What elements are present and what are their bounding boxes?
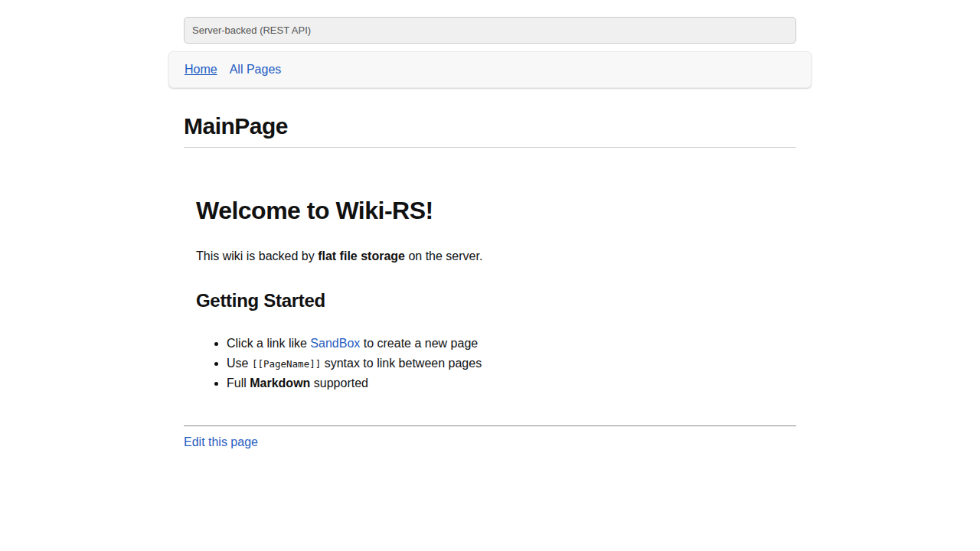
list-item-text-pre: Use [227, 357, 252, 370]
nav-link-all-pages[interactable]: All Pages [230, 63, 282, 77]
page-title: MainPage [184, 113, 796, 148]
footer-divider [184, 425, 796, 426]
list-item: Use [[PageName]] syntax to link between … [227, 354, 784, 373]
intro-text-pre: This wiki is backed by [196, 249, 318, 262]
intro-text-post: on the server. [405, 249, 482, 262]
sandbox-link[interactable]: SandBox [310, 337, 360, 350]
list-item: Click a link like SandBox to create a ne… [227, 334, 784, 354]
intro-bold-text: flat file storage [318, 249, 405, 262]
markdown-bold-text: Markdown [250, 377, 310, 390]
list-item-text-post: syntax to link between pages [321, 357, 482, 370]
list-item-text-post: supported [310, 377, 368, 390]
section-heading-getting-started: Getting Started [196, 290, 784, 312]
list-item-text-post: to create a new page [360, 337, 478, 350]
main-nav: Home All Pages [168, 51, 812, 88]
wiki-container: Home All Pages MainPage Welcome to Wiki-… [184, 17, 796, 449]
backend-mode-input[interactable] [184, 17, 796, 44]
edit-page-link[interactable]: Edit this page [184, 435, 258, 449]
wiki-app: Home All Pages MainPage Welcome to Wiki-… [0, 0, 980, 551]
pagename-syntax-code: [[PageName]] [252, 358, 321, 370]
intro-paragraph: This wiki is backed by flat file storage… [196, 247, 784, 266]
nav-link-home[interactable]: Home [185, 63, 217, 77]
article-heading: Welcome to Wiki-RS! [196, 197, 784, 225]
list-item-text-pre: Full [227, 377, 250, 390]
list-item-text-pre: Click a link like [227, 337, 310, 350]
article-content: Welcome to Wiki-RS! This wiki is backed … [184, 165, 796, 406]
list-item: Full Markdown supported [227, 373, 784, 393]
getting-started-list: Click a link like SandBox to create a ne… [196, 334, 784, 393]
